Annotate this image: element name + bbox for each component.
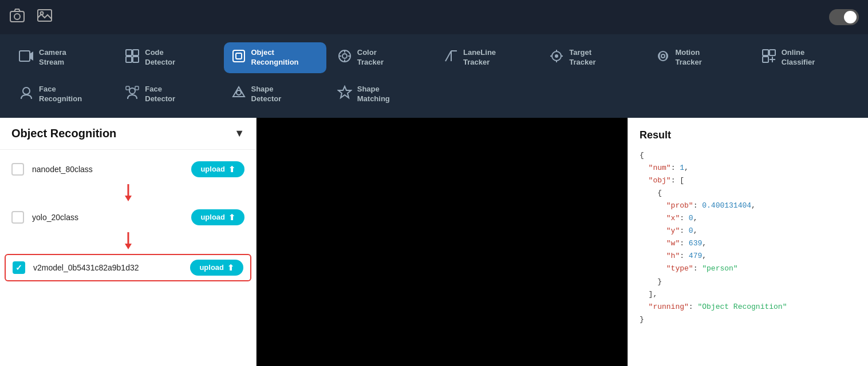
nav-item-target-tracker[interactable]: TargetTracker — [542, 42, 644, 73]
nav-item-camera-stream[interactable]: CameraStream — [11, 42, 114, 73]
nav-item-face-detector[interactable]: FaceDetector — [117, 79, 220, 110]
laneline-tracker-label: LaneLineTracker — [463, 48, 496, 67]
camera-stream-icon — [18, 49, 34, 67]
svg-point-26 — [555, 55, 558, 57]
svg-rect-11 — [236, 53, 242, 59]
model-row-yolo: yolo_20class upload ⬆ — [0, 204, 256, 231]
svg-marker-44 — [125, 244, 132, 249]
code-detector-label: CodeDetector — [145, 48, 175, 67]
upload-arrow-yolo: ⬆ — [228, 213, 235, 222]
face-recognition-label: FaceRecognition — [39, 85, 82, 104]
nav-item-motion-tracker[interactable]: MotionTracker — [648, 42, 751, 73]
shape-matching-icon — [337, 85, 353, 104]
svg-point-35 — [129, 88, 135, 94]
svg-rect-30 — [770, 50, 775, 55]
nav-area: CameraStream CodeDetector ObjectRecongni… — [0, 34, 868, 118]
video-area — [257, 118, 628, 366]
svg-point-34 — [23, 87, 30, 94]
svg-rect-8 — [126, 57, 132, 62]
result-json: { "num": 1, "obj": [ { "prob": 0.4001314… — [640, 149, 857, 326]
shape-detector-icon — [231, 85, 247, 104]
upload-arrow-v2model: ⬆ — [227, 263, 234, 272]
svg-rect-0 — [10, 11, 24, 22]
camera-icon[interactable] — [9, 7, 25, 27]
svg-line-18 — [445, 51, 451, 61]
model-name-yolo: yolo_20class — [32, 213, 183, 222]
object-recognition-icon — [231, 49, 247, 67]
laneline-tracker-icon — [443, 49, 459, 67]
svg-point-39 — [236, 90, 241, 95]
nav-item-code-detector[interactable]: CodeDetector — [117, 42, 220, 73]
target-tracker-label: TargetTracker — [569, 48, 595, 67]
toggle-switch[interactable] — [829, 9, 859, 25]
nav-item-color-tracker[interactable]: ColorTracker — [330, 42, 432, 73]
model-list: nanodet_80class upload ⬆ yolo_20class up… — [0, 150, 256, 289]
nav-item-face-recognition[interactable]: FaceRecognition — [11, 79, 114, 110]
model-row-v2model: v2model_0b5431c82a9b1d32 upload ⬆ — [5, 254, 251, 281]
upload-arrow-nanodet: ⬆ — [228, 165, 235, 174]
down-arrow-1 — [121, 184, 135, 202]
target-tracker-icon — [549, 49, 565, 67]
shape-matching-label: ShapeMatching — [357, 85, 390, 104]
result-panel: Result { "num": 1, "obj": [ { "prob": 0.… — [628, 118, 868, 366]
gallery-icon[interactable] — [37, 7, 53, 27]
svg-rect-31 — [763, 57, 768, 62]
svg-point-27 — [658, 51, 668, 61]
shape-detector-label: ShapeDetector — [251, 85, 282, 104]
svg-rect-36 — [126, 86, 129, 90]
online-classifier-label: OnlineClassifier — [782, 48, 815, 67]
main-content: Object Recognition ▼ nanodet_80class upl… — [0, 118, 868, 366]
svg-rect-6 — [126, 50, 132, 55]
top-bar — [0, 0, 868, 34]
face-detector-label: FaceDetector — [145, 85, 175, 104]
upload-button-yolo[interactable]: upload ⬆ — [191, 209, 244, 225]
model-checkbox-yolo[interactable] — [11, 211, 24, 224]
face-recognition-icon — [18, 85, 34, 104]
svg-marker-42 — [125, 196, 132, 201]
motion-tracker-icon — [655, 49, 671, 67]
svg-point-3 — [41, 12, 44, 15]
result-title: Result — [640, 129, 857, 141]
face-detector-icon — [124, 85, 140, 104]
model-checkbox-nanodet[interactable] — [11, 163, 24, 176]
svg-rect-9 — [133, 57, 139, 62]
dropdown-arrow[interactable]: ▼ — [234, 128, 244, 140]
motion-tracker-label: MotionTracker — [676, 48, 702, 67]
color-tracker-icon — [337, 49, 353, 67]
camera-stream-label: CameraStream — [39, 48, 66, 67]
svg-marker-40 — [338, 86, 351, 98]
upload-button-nanodet[interactable]: upload ⬆ — [191, 161, 244, 177]
online-classifier-icon — [761, 49, 777, 67]
svg-point-1 — [14, 14, 20, 19]
color-tracker-label: ColorTracker — [357, 48, 384, 67]
sidebar-header: Object Recognition ▼ — [0, 118, 256, 150]
model-name-nanodet: nanodet_80class — [32, 165, 183, 174]
top-bar-left — [9, 7, 53, 27]
nav-item-shape-matching[interactable]: ShapeMatching — [330, 79, 432, 110]
nav-item-object-recognition[interactable]: ObjectRecongnition — [224, 42, 326, 73]
svg-point-13 — [342, 54, 347, 58]
svg-rect-4 — [19, 51, 30, 61]
sidebar-title: Object Recognition — [11, 127, 116, 140]
svg-rect-37 — [135, 86, 139, 90]
svg-rect-7 — [133, 50, 139, 55]
nav-item-online-classifier[interactable]: OnlineClassifier — [754, 42, 857, 73]
model-name-v2model: v2model_0b5431c82a9b1d32 — [33, 263, 182, 272]
model-checkbox-v2model[interactable] — [13, 261, 25, 274]
svg-rect-29 — [763, 50, 768, 55]
sidebar-panel: Object Recognition ▼ nanodet_80class upl… — [0, 118, 257, 366]
model-row-nanodet: nanodet_80class upload ⬆ — [0, 156, 256, 183]
nav-item-shape-detector[interactable]: ShapeDetector — [224, 79, 326, 110]
upload-button-v2model[interactable]: upload ⬆ — [190, 260, 243, 276]
svg-point-28 — [661, 54, 665, 58]
down-arrow-2 — [121, 232, 135, 250]
code-detector-icon — [124, 49, 140, 67]
nav-item-laneline-tracker[interactable]: LaneLineTracker — [436, 42, 538, 73]
svg-rect-10 — [233, 50, 244, 62]
object-recognition-label: ObjectRecongnition — [251, 48, 299, 67]
